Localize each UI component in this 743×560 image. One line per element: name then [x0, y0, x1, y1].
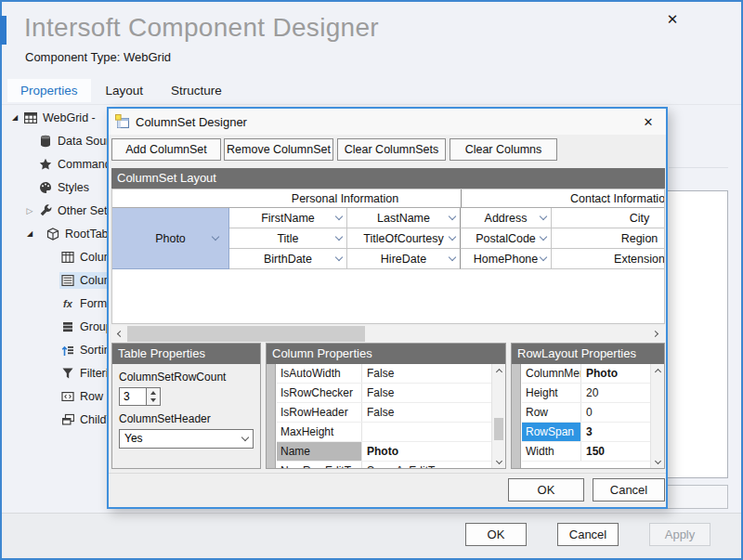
property-row-rowspan-selected[interactable]: RowSpan3 [522, 423, 650, 442]
property-value: 20 [581, 384, 650, 402]
row-indicator-strip [267, 364, 276, 468]
cell-extension[interactable]: Extension [552, 249, 665, 269]
cascade-windows-icon [61, 413, 74, 426]
collapse-icon[interactable]: ▷ [22, 206, 37, 215]
cell-title[interactable]: Title [229, 228, 347, 249]
property-label: MaxHeight [277, 423, 362, 441]
scrollbar-thumb[interactable] [494, 418, 503, 440]
wrench-icon [39, 204, 52, 217]
scroll-right-icon [652, 331, 658, 337]
dropdown-chevron-icon [335, 253, 343, 260]
columnset-layout-header: ColumnSet Layout [111, 168, 665, 189]
scroll-right-button[interactable] [649, 326, 665, 342]
cell-birthdate[interactable]: BirthDate [229, 249, 347, 269]
scroll-down-button[interactable] [651, 455, 664, 468]
dropdown-chevron-icon [449, 232, 456, 240]
property-value: False [362, 384, 491, 402]
tree-item-label: Row [80, 390, 103, 403]
cell-lastname[interactable]: LastName [347, 208, 461, 228]
scroll-left-button[interactable] [111, 326, 127, 342]
left-accent-bar [0, 16, 7, 45]
cell-label: PostalCode [476, 232, 536, 245]
tab-structure[interactable]: Structure [158, 79, 235, 102]
clear-columns-button[interactable]: Clear Columns [450, 138, 557, 161]
cell-label: TitleOfCourtesy [363, 232, 443, 245]
property-row[interactable]: IsRowCheckerFalse [277, 384, 491, 403]
vertical-scrollbar [491, 364, 505, 468]
dialog-icon [115, 114, 130, 129]
property-row[interactable]: Row0 [522, 403, 650, 423]
property-row[interactable]: ColumnMemberPhoto [522, 364, 650, 384]
tree-item-label: Styles [58, 181, 89, 194]
property-row[interactable]: IsRowHeaderFalse [277, 403, 491, 423]
add-columnset-button[interactable]: Add ColumnSet [111, 138, 221, 161]
table-properties-header: Table Properties [112, 344, 260, 364]
scroll-left-icon [117, 331, 124, 337]
tree-item-label: WebGrid - [43, 111, 96, 124]
dialog-ok-button[interactable]: OK [508, 478, 584, 501]
tab-properties[interactable]: Properties [7, 79, 91, 102]
cell-label: HireDate [381, 253, 426, 266]
cancel-button[interactable]: Cancel [557, 523, 619, 546]
cell-hiredate[interactable]: HireDate [347, 249, 461, 269]
commands-star-icon [39, 158, 52, 171]
cell-label: Photo [155, 232, 186, 245]
expand-icon[interactable]: ◢ [7, 113, 22, 122]
group-header-empty [112, 189, 229, 208]
column-properties-header: Column Properties [267, 344, 505, 364]
property-label: NewRowEditType [277, 462, 362, 468]
property-row[interactable]: IsAutoWidthFalse [277, 364, 491, 384]
dialog-close-button[interactable]: ✕ [639, 113, 658, 132]
property-row[interactable]: MaxHeight [277, 423, 491, 442]
spinner-buttons[interactable] [147, 387, 161, 406]
scroll-up-button[interactable] [492, 364, 505, 377]
property-row[interactable]: NewRowEditTypeSameAsEditType [277, 462, 491, 468]
scroll-down-button[interactable] [492, 455, 505, 468]
window-footer [2, 513, 741, 558]
scroll-down-icon [496, 458, 502, 464]
dialog-cancel-button[interactable]: Cancel [593, 478, 665, 501]
apply-button[interactable]: Apply [649, 523, 710, 546]
cell-region[interactable]: Region [552, 228, 665, 249]
remove-columnset-button[interactable]: Remove ColumnSet [224, 138, 333, 161]
columnset-layout-table: Personal Information Contact Information… [112, 189, 665, 269]
property-label: Width [522, 442, 581, 461]
cell-homephone[interactable]: HomePhone [461, 249, 552, 269]
cell-titleofcourtesy[interactable]: TitleOfCourtesy [347, 228, 461, 249]
scroll-up-button[interactable] [651, 364, 664, 377]
property-row[interactable]: Height20 [522, 384, 650, 403]
property-value: Photo [581, 364, 650, 383]
property-label: IsAutoWidth [277, 364, 362, 383]
clear-columnsets-button[interactable]: Clear ColumnSets [337, 138, 446, 161]
code-brackets-icon [61, 390, 74, 403]
cell-city[interactable]: City [552, 208, 665, 228]
expand-icon[interactable]: ◢ [22, 229, 37, 238]
webgrid-table-icon [24, 111, 37, 124]
tab-layout[interactable]: Layout [93, 79, 157, 102]
cell-photo[interactable]: Photo [112, 208, 229, 269]
scrollbar-thumb[interactable] [127, 326, 365, 342]
dropdown-chevron-icon [335, 212, 343, 219]
funnel-icon [61, 367, 74, 380]
property-value [362, 423, 491, 441]
window-close-button[interactable]: ✕ [659, 7, 685, 32]
property-row[interactable]: Width150 [522, 442, 650, 462]
page-title: Intersoft Component Designer [24, 13, 379, 43]
rowlayout-properties-header: RowLayout Properties [512, 344, 664, 364]
columnsetheader-select[interactable]: Yes [119, 429, 254, 449]
cell-address[interactable]: Address [461, 208, 552, 228]
property-label: Name [277, 442, 362, 461]
dropdown-chevron-icon [212, 232, 219, 240]
property-value: Photo [362, 442, 491, 461]
cell-postalcode[interactable]: PostalCode [461, 228, 552, 249]
columnsetheader-label: ColumnSetHeader [119, 412, 260, 425]
cell-firstname[interactable]: FirstName [229, 208, 347, 228]
close-icon: ✕ [644, 115, 654, 129]
property-label: ColumnMember [522, 364, 581, 383]
ok-button[interactable]: OK [465, 523, 527, 546]
styles-palette-icon [39, 181, 52, 194]
property-row-name-selected[interactable]: NamePhoto [277, 442, 491, 462]
columnsetrowcount-input[interactable]: 3 [119, 387, 147, 406]
cell-label: Title [277, 232, 298, 245]
spin-up-icon [150, 391, 156, 395]
